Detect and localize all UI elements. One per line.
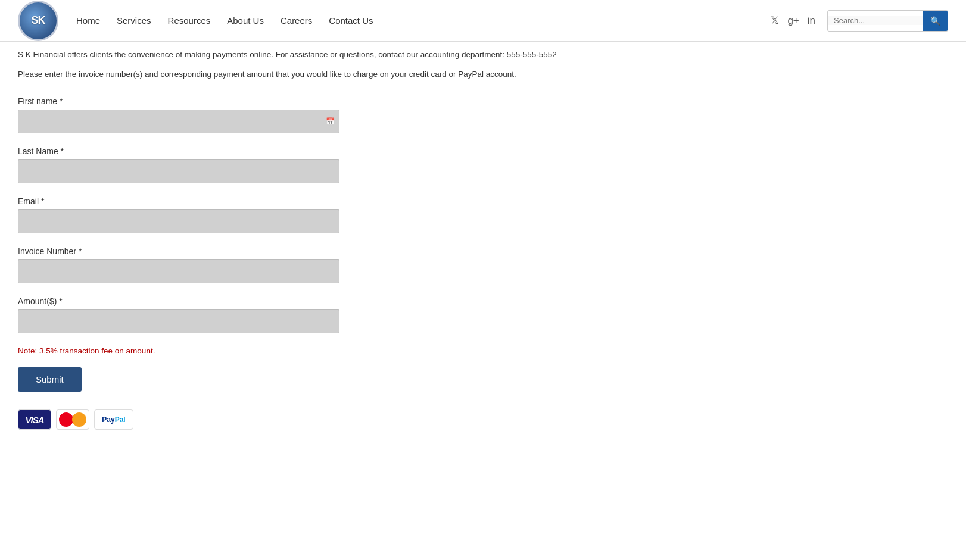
email-input[interactable]: [18, 209, 339, 233]
search-input[interactable]: [828, 16, 923, 25]
first-name-input-wrap: 📅: [18, 110, 339, 133]
last-name-input[interactable]: [18, 159, 339, 183]
first-name-input[interactable]: [18, 110, 339, 133]
visa-icon: VISA: [18, 409, 51, 430]
mc-circle-left: [59, 412, 73, 427]
intro-line2: Please enter the invoice number(s) and c…: [18, 70, 816, 79]
linkedin-icon[interactable]: in: [808, 15, 815, 27]
main-content: S K Financial offers clients the conveni…: [0, 42, 834, 465]
calendar-icon: 📅: [326, 117, 335, 126]
email-label: Email *: [18, 196, 351, 206]
submit-button[interactable]: Submit: [18, 367, 82, 392]
paypal-icon: PayPal: [94, 409, 133, 430]
mastercard-icon: [56, 409, 89, 430]
amount-group: Amount($) *: [18, 296, 351, 333]
nav-about-us[interactable]: About Us: [227, 15, 264, 26]
intro-line1: S K Financial offers clients the conveni…: [18, 42, 816, 64]
payment-icons: VISA PayPal: [18, 409, 816, 430]
amount-label: Amount($) *: [18, 296, 351, 306]
nav-services[interactable]: Services: [117, 15, 151, 26]
twitter-icon[interactable]: 𝕏: [771, 14, 779, 27]
main-nav: Home Services Resources About Us Careers…: [76, 15, 771, 26]
nav-careers[interactable]: Careers: [281, 15, 312, 26]
site-header: SK Home Services Resources About Us Care…: [0, 0, 966, 42]
first-name-label: First name *: [18, 96, 351, 106]
logo[interactable]: SK: [18, 1, 58, 41]
transaction-note: Note: 3.5% transaction fee on amount.: [18, 346, 351, 355]
search-wrap: 🔍: [827, 10, 948, 32]
invoice-number-input[interactable]: [18, 259, 339, 283]
payment-form: First name * 📅 Last Name * Email * Invoi: [18, 96, 351, 392]
email-group: Email *: [18, 196, 351, 233]
logo-text: SK: [31, 14, 45, 27]
social-icons: 𝕏 g+ in: [771, 14, 815, 27]
first-name-group: First name * 📅: [18, 96, 351, 133]
invoice-number-group: Invoice Number *: [18, 246, 351, 283]
nav-resources[interactable]: Resources: [168, 15, 211, 26]
search-button[interactable]: 🔍: [923, 10, 948, 32]
googleplus-icon[interactable]: g+: [787, 15, 799, 27]
last-name-label: Last Name *: [18, 146, 351, 156]
amount-input[interactable]: [18, 309, 339, 333]
nav-contact-us[interactable]: Contact Us: [329, 15, 373, 26]
invoice-number-label: Invoice Number *: [18, 246, 351, 256]
last-name-group: Last Name *: [18, 146, 351, 183]
nav-home[interactable]: Home: [76, 15, 100, 26]
mc-circle-right: [72, 412, 86, 427]
